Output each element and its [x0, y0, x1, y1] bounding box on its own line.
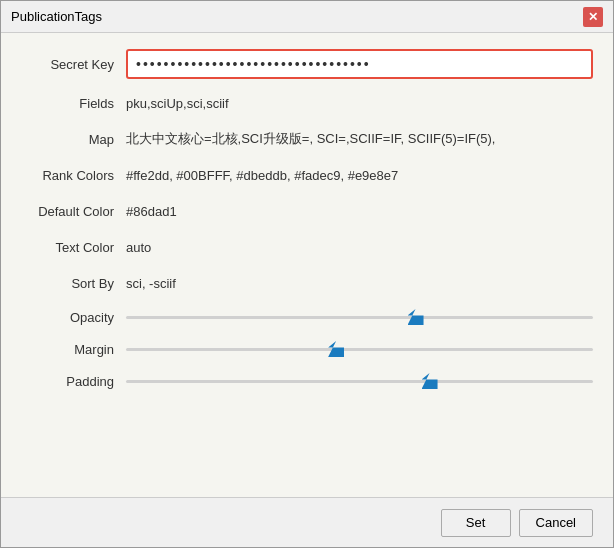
secret-key-label: Secret Key [21, 57, 126, 72]
title-bar: PublicationTags ✕ [1, 1, 613, 33]
padding-track [126, 380, 593, 383]
dialog-title: PublicationTags [11, 9, 102, 24]
margin-row: Margin [1, 333, 613, 365]
set-button[interactable]: Set [441, 509, 511, 537]
map-row: Map 北大中文核心=北核,SCI升级版=, SCI=,SCIIF=IF, SC… [1, 121, 613, 157]
padding-thumb[interactable] [422, 373, 438, 389]
dialog-footer: Set Cancel [1, 497, 613, 547]
fields-label: Fields [21, 96, 126, 111]
rank-colors-value: #ffe2dd, #00BFFF, #dbeddb, #fadec9, #e9e… [126, 168, 593, 183]
fields-value: pku,sciUp,sci,sciif [126, 96, 593, 111]
sort-by-label: Sort By [21, 276, 126, 291]
opacity-track [126, 316, 593, 319]
rank-colors-label: Rank Colors [21, 168, 126, 183]
sort-by-row: Sort By sci, -sciif [1, 265, 613, 301]
cancel-button[interactable]: Cancel [519, 509, 593, 537]
map-label: Map [21, 132, 126, 147]
opacity-row: Opacity [1, 301, 613, 333]
padding-slider[interactable] [126, 371, 593, 391]
default-color-label: Default Color [21, 204, 126, 219]
margin-slider[interactable] [126, 339, 593, 359]
padding-label: Padding [21, 374, 126, 389]
close-button[interactable]: ✕ [583, 7, 603, 27]
padding-row: Padding [1, 365, 613, 397]
margin-thumb[interactable] [328, 341, 344, 357]
sort-by-value: sci, -sciif [126, 276, 593, 291]
rank-colors-row: Rank Colors #ffe2dd, #00BFFF, #dbeddb, #… [1, 157, 613, 193]
opacity-thumb[interactable] [408, 309, 424, 325]
secret-key-input[interactable]: •••••••••••••••••••••••••••••••••• [126, 49, 593, 79]
text-color-value: auto [126, 240, 593, 255]
fields-row: Fields pku,sciUp,sci,sciif [1, 85, 613, 121]
map-value: 北大中文核心=北核,SCI升级版=, SCI=,SCIIF=IF, SCIIF(… [126, 130, 593, 148]
opacity-slider[interactable] [126, 307, 593, 327]
default-color-row: Default Color #86dad1 [1, 193, 613, 229]
opacity-label: Opacity [21, 310, 126, 325]
margin-label: Margin [21, 342, 126, 357]
secret-key-row: Secret Key •••••••••••••••••••••••••••••… [1, 43, 613, 85]
text-color-row: Text Color auto [1, 229, 613, 265]
dialog-content: Secret Key •••••••••••••••••••••••••••••… [1, 33, 613, 497]
text-color-label: Text Color [21, 240, 126, 255]
secret-key-value: •••••••••••••••••••••••••••••••••• [136, 56, 371, 72]
default-color-value: #86dad1 [126, 204, 593, 219]
dialog: PublicationTags ✕ Secret Key •••••••••••… [0, 0, 614, 548]
margin-track [126, 348, 593, 351]
